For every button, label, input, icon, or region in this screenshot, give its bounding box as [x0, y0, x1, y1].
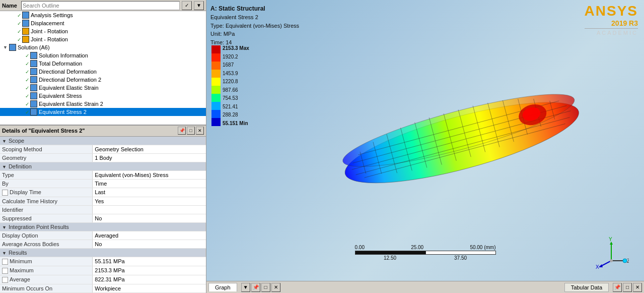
- legend-segment: [211, 45, 221, 53]
- tree-label-equivalent-stress: Equivalent Stress: [39, 93, 82, 99]
- detail-row: ByTime: [0, 179, 206, 188]
- detail-row: SuppressedNo: [0, 214, 206, 222]
- svg-point-33: [623, 259, 627, 263]
- right-panel: A: Static Structural Equivalent Stress 2…: [206, 0, 644, 293]
- tree-label-joint-rotation-2: Joint - Rotation: [31, 36, 68, 42]
- tree-item-joint-rotation-2[interactable]: ✓Joint - Rotation: [0, 35, 206, 43]
- tree-label-equivalent-elastic-strain-2: Equivalent Elastic Strain 2: [39, 101, 103, 107]
- details-title: Details of "Equivalent Stress 2": [2, 128, 178, 134]
- outline-header: Name ✓ ▼: [0, 0, 206, 11]
- svg-text:X: X: [596, 264, 599, 270]
- deformation-icon: [30, 60, 37, 67]
- strain-icon: [30, 100, 37, 107]
- section-results[interactable]: ▼Results: [0, 248, 206, 257]
- check-icon-equivalent-elastic-strain-2: ✓: [25, 101, 29, 107]
- legend-label: 288.28: [223, 112, 249, 118]
- graph-close-btn[interactable]: ✕: [271, 283, 280, 292]
- details-pin-btn[interactable]: 📌: [178, 127, 186, 135]
- svg-marker-30: [599, 264, 603, 267]
- legend-segment: [211, 78, 221, 86]
- detail-value: Geometry Selection: [93, 145, 206, 153]
- details-header: Details of "Equivalent Stress 2" 📌 □ ✕: [0, 126, 206, 137]
- legend-label: 1687: [223, 62, 249, 68]
- check-icon-analysis-settings: ✓: [17, 13, 21, 18]
- detail-value: 2153.3 MPa: [93, 266, 206, 275]
- detail-row: Calculate Time HistoryYes: [0, 197, 206, 205]
- expand-btn-solution-a6[interactable]: ▼: [3, 45, 9, 50]
- tabular-max-btn[interactable]: □: [623, 283, 632, 292]
- legend-label: 1220.8: [223, 79, 249, 84]
- tabular-close-btn[interactable]: ✕: [633, 283, 642, 292]
- detail-value: 1 Body: [93, 153, 206, 162]
- details-close-btn[interactable]: ✕: [196, 127, 204, 135]
- name-label: Name: [2, 3, 17, 9]
- legend-segment: [211, 53, 221, 62]
- section-scope[interactable]: ▼Scope: [0, 137, 206, 145]
- tree-area[interactable]: ✓Analysis Settings✓Displacement✓Joint - …: [0, 11, 206, 125]
- tree-item-joint-rotation-1[interactable]: ✓Joint - Rotation: [0, 27, 206, 35]
- detail-value: [93, 205, 206, 214]
- tree-label-directional-deformation: Directional Deformation: [39, 69, 97, 75]
- legend-label: 754.53: [223, 95, 249, 101]
- detail-checkbox[interactable]: [2, 190, 8, 196]
- graph-tab[interactable]: Graph: [208, 283, 237, 291]
- tree-item-directional-deformation[interactable]: ✓Directional Deformation: [0, 68, 206, 76]
- detail-key: Calculate Time History: [0, 197, 93, 205]
- result-name: Equivalent Stress 2: [210, 13, 299, 22]
- tree-item-equivalent-elastic-strain-2[interactable]: ✓Equivalent Elastic Strain 2: [0, 100, 206, 108]
- svg-point-32: [610, 259, 613, 262]
- detail-row: TypeEquivalent (von-Mises) Stress: [0, 170, 206, 179]
- detail-row: Minimum Occurs OnWorkpiece: [0, 284, 206, 293]
- detail-checkbox[interactable]: [2, 268, 8, 274]
- tree-item-solution-a6[interactable]: ▼Solution (A6): [0, 43, 206, 51]
- tree-item-equivalent-elastic-strain[interactable]: ✓Equivalent Elastic Strain: [0, 84, 206, 92]
- tree-label-joint-rotation-1: Joint - Rotation: [31, 28, 68, 34]
- search-confirm-button[interactable]: ✓: [182, 1, 192, 10]
- detail-value: Last: [93, 188, 206, 197]
- details-panel: Details of "Equivalent Stress 2" 📌 □ ✕ ▼…: [0, 125, 206, 293]
- detail-value: Workpiece: [93, 284, 206, 293]
- legend-label: 1453.9: [223, 71, 249, 76]
- tree-item-solution-information[interactable]: ✓Solution Information: [0, 51, 206, 60]
- main-layout: Name ✓ ▼ ✓Analysis Settings✓Displacement…: [0, 0, 644, 293]
- displacement-icon: [22, 20, 29, 27]
- viewport[interactable]: A: Static Structural Equivalent Stress 2…: [206, 0, 644, 281]
- details-table: ▼ScopeScoping MethodGeometry SelectionGe…: [0, 137, 206, 293]
- ansys-edition: ACADEMIC: [585, 28, 638, 36]
- tree-label-displacement: Displacement: [31, 20, 64, 26]
- legend-bar: [211, 45, 221, 126]
- detail-key: Geometry: [0, 153, 93, 162]
- info-overlay: A: Static Structural Equivalent Stress 2…: [210, 4, 299, 46]
- tree-item-equivalent-stress[interactable]: ✓Equivalent Stress: [0, 92, 206, 100]
- detail-row: Geometry1 Body: [0, 153, 206, 162]
- detail-checkbox[interactable]: [2, 259, 8, 265]
- settings-icon: [22, 12, 29, 19]
- tree-label-directional-deformation-2: Directional Deformation 2: [39, 77, 101, 83]
- search-input[interactable]: [21, 1, 180, 10]
- section-integration-point-results[interactable]: ▼Integration Point Results: [0, 222, 206, 231]
- graph-max-btn[interactable]: □: [261, 283, 270, 292]
- detail-checkbox[interactable]: [2, 277, 8, 283]
- tree-item-directional-deformation-2[interactable]: ✓Directional Deformation 2: [0, 76, 206, 84]
- detail-key: By: [0, 179, 93, 188]
- search-dropdown-button[interactable]: ▼: [194, 1, 204, 10]
- section-definition[interactable]: ▼Definition: [0, 162, 206, 170]
- details-maximize-btn[interactable]: □: [187, 127, 195, 135]
- tree-item-equivalent-stress-2[interactable]: ✓Equivalent Stress 2: [0, 108, 206, 116]
- unit-label: Unit: MPa: [210, 30, 299, 38]
- tree-item-displacement[interactable]: ✓Displacement: [0, 19, 206, 27]
- scale-bar: 0.00 25.00 50.00 (mm) 12.50 37.50: [355, 245, 496, 261]
- tree-item-analysis-settings[interactable]: ✓Analysis Settings: [0, 11, 206, 19]
- joint-icon: [22, 28, 29, 35]
- deformation-icon: [30, 76, 37, 83]
- ansys-logo: ANSYS 2019 R3 ACADEMIC: [585, 3, 638, 36]
- graph-dropdown-btn[interactable]: ▼: [241, 283, 250, 292]
- tabular-pin-btn[interactable]: 📌: [613, 283, 622, 292]
- tabular-tab[interactable]: Tabular Data: [564, 283, 609, 292]
- detail-key: Display Time: [0, 188, 93, 197]
- tree-item-total-deformation[interactable]: ✓Total Deformation: [0, 60, 206, 68]
- detail-key: Type: [0, 170, 93, 179]
- detail-row: Display OptionAveraged: [0, 231, 206, 240]
- graph-pin-btn[interactable]: 📌: [251, 283, 260, 292]
- type-label: Type: Equivalent (von-Mises) Stress: [210, 22, 299, 30]
